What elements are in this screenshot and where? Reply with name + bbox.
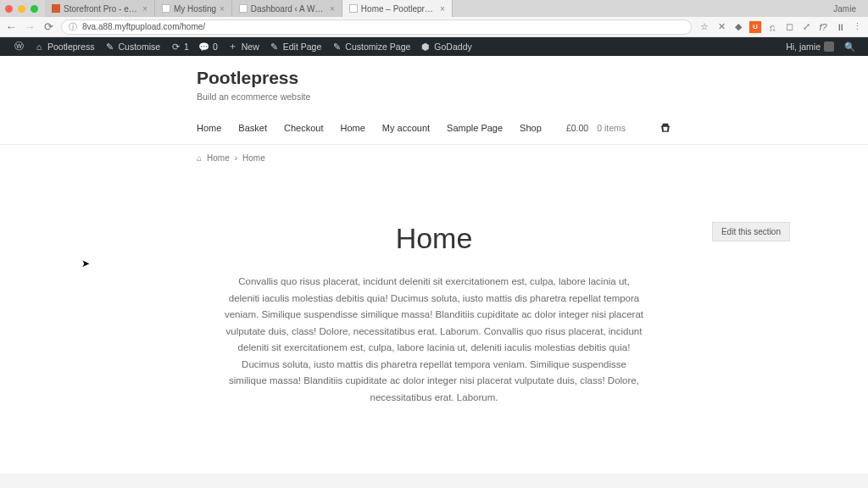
reload-button[interactable]: ⟳ — [42, 21, 54, 33]
menu-icon[interactable]: ⋮ — [851, 21, 863, 33]
tab-label: Home – Pootlepress — [361, 4, 437, 14]
extension-icon[interactable]: ⤢ — [800, 21, 812, 33]
breadcrumb-current: Home — [242, 153, 265, 163]
nav-menu: Home Basket Checkout Home My account Sam… — [197, 123, 542, 133]
home-icon[interactable]: ⌂ — [197, 153, 202, 163]
favicon-icon — [349, 4, 358, 13]
basket-icon[interactable] — [659, 122, 671, 134]
wp-updates-link[interactable]: ⟳1 — [165, 37, 194, 56]
page-body-text: Convallis quo risus placerat, incidunt d… — [197, 274, 671, 406]
extension-icon[interactable]: ◆ — [732, 21, 744, 33]
page-body: Pootlepress Build an ecommerce website H… — [0, 56, 868, 488]
wp-new-link[interactable]: ＋New — [223, 37, 264, 56]
primary-nav: Home Basket Checkout Home My account Sam… — [197, 107, 671, 144]
chrome-profile[interactable]: Jamie — [826, 4, 863, 14]
breadcrumb-root[interactable]: Home — [207, 153, 230, 163]
wp-edit-page-link[interactable]: ✎Edit Page — [264, 37, 327, 56]
close-tab-icon[interactable]: × — [220, 4, 225, 14]
nav-item[interactable]: Home — [340, 123, 364, 133]
wp-site-name: Pootlepress — [47, 42, 94, 52]
content-section: Edit this section Home Convallis quo ris… — [197, 171, 671, 440]
url-text: 8va.a88.myftpupload.com/home/ — [82, 22, 205, 31]
header-cart[interactable]: £0.00 0 items — [566, 122, 671, 134]
traffic-lights — [5, 5, 38, 13]
breadcrumb-sep: › — [235, 153, 237, 163]
wp-site-link[interactable]: ⌂Pootlepress — [29, 37, 99, 56]
nav-item[interactable]: Home — [197, 123, 221, 133]
wp-godaddy-link[interactable]: ⬢GoDaddy — [415, 37, 476, 56]
forward-button[interactable]: → — [24, 21, 36, 33]
browser-toolbar: ← → ⟳ ⓘ 8va.a88.myftpupload.com/home/ ☆ … — [0, 17, 868, 37]
cart-item-count: 0 items — [597, 123, 626, 133]
extension-icons: ☆ ✕ ◆ U ⎌ ◻ ⤢ f? ⏸ ⋮ — [698, 21, 863, 33]
tab-label: Dashboard ‹ A WordPress Site — [251, 4, 326, 14]
close-tab-icon[interactable]: × — [440, 4, 445, 14]
cart-total: £0.00 — [566, 123, 588, 133]
star-icon[interactable]: ☆ — [698, 21, 710, 33]
wp-search-icon[interactable]: 🔍 — [839, 37, 860, 56]
wp-comments-link[interactable]: 💬0 — [194, 37, 223, 56]
browser-tab[interactable]: Dashboard ‹ A WordPress Site × — [232, 0, 342, 17]
avatar-icon — [824, 42, 834, 52]
mouse-cursor-icon: ➤ — [81, 258, 90, 269]
minimize-window-icon[interactable] — [18, 5, 25, 13]
nav-item[interactable]: Shop — [520, 123, 542, 133]
extension-icon[interactable]: ✕ — [715, 21, 727, 33]
browser-tab[interactable]: My Hosting × — [155, 0, 232, 17]
close-tab-icon[interactable]: × — [330, 4, 335, 14]
browser-tab-active[interactable]: Home – Pootlepress × — [342, 0, 453, 17]
edit-section-button[interactable]: Edit this section — [712, 222, 790, 241]
nav-item[interactable]: Basket — [238, 123, 267, 133]
nav-item[interactable]: Checkout — [284, 123, 323, 133]
site-title[interactable]: Pootlepress — [197, 68, 671, 88]
wp-account-link[interactable]: Hi, jamie — [781, 37, 839, 56]
favicon-icon — [239, 4, 248, 13]
back-button[interactable]: ← — [5, 21, 17, 33]
browser-tab-strip: Storefront Pro - easily custom × My Host… — [45, 0, 826, 17]
favicon-icon — [162, 4, 170, 13]
nav-item[interactable]: My account — [382, 123, 430, 133]
site-tagline: Build an ecommerce website — [197, 92, 671, 102]
nav-item[interactable]: Sample Page — [447, 123, 503, 133]
site-header: Pootlepress Build an ecommerce website — [197, 56, 671, 107]
extension-icon[interactable]: f? — [817, 21, 829, 33]
wp-customize-page-link[interactable]: ✎Customize Page — [326, 37, 415, 56]
fullscreen-window-icon[interactable] — [31, 5, 38, 13]
wp-logo-icon[interactable]: ⓦ — [8, 37, 29, 56]
extension-icon[interactable]: ⏸ — [834, 21, 846, 33]
extension-icon[interactable]: ◻ — [783, 21, 795, 33]
extension-icon[interactable]: ⎌ — [766, 21, 778, 33]
close-tab-icon[interactable]: × — [142, 4, 147, 14]
wp-customise-link[interactable]: ✎Customise — [99, 37, 165, 56]
wp-admin-bar: ⓦ ⌂Pootlepress ✎Customise ⟳1 💬0 ＋New ✎Ed… — [0, 37, 868, 56]
browser-tab[interactable]: Storefront Pro - easily custom × — [45, 0, 155, 17]
close-window-icon[interactable] — [5, 5, 13, 13]
site-footer: © Pootlepress 2018 Storefront designed b… — [0, 474, 868, 488]
address-bar[interactable]: ⓘ 8va.a88.myftpupload.com/home/ — [61, 19, 692, 35]
extension-icon[interactable]: U — [749, 21, 761, 33]
breadcrumb: ⌂ Home › Home — [197, 145, 671, 171]
window-titlebar: Storefront Pro - easily custom × My Host… — [0, 0, 868, 17]
page-title: Home — [197, 222, 671, 255]
favicon-icon — [52, 4, 60, 13]
site-info-icon[interactable]: ⓘ — [69, 21, 77, 33]
tab-label: Storefront Pro - easily custom — [64, 4, 139, 14]
tab-label: My Hosting — [174, 4, 216, 14]
